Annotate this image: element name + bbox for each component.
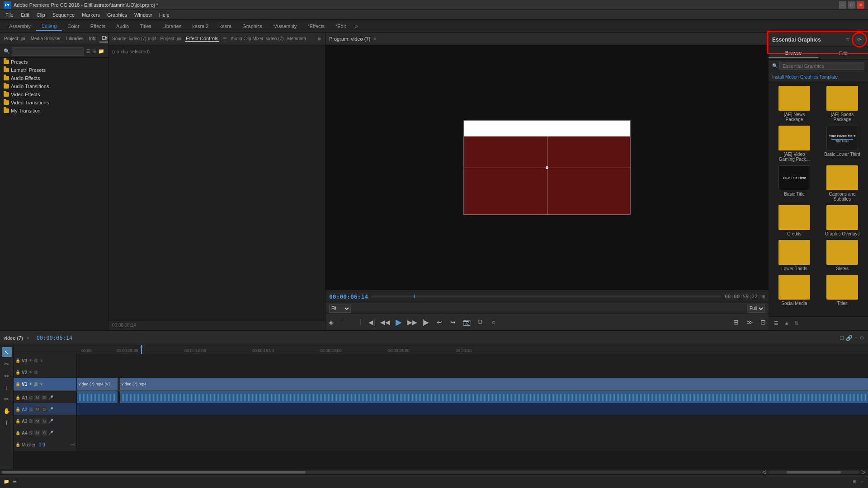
- in-point-button[interactable]: ⎸: [339, 317, 350, 328]
- scrollbar-thumb[interactable]: [2, 471, 306, 474]
- out-to-playhead-button[interactable]: |▶: [420, 317, 431, 328]
- a2-chain-icon[interactable]: ⛓: [29, 407, 33, 412]
- panel-expand-icon[interactable]: ▶: [318, 36, 321, 42]
- menu-markers[interactable]: Markers: [78, 11, 104, 19]
- vr-button[interactable]: ○: [488, 317, 499, 328]
- tab-libraries[interactable]: Libraries: [157, 22, 187, 31]
- list-icon[interactable]: ☰: [86, 48, 90, 54]
- zoom-in-icon[interactable]: ▷: [861, 469, 866, 475]
- step-back-button[interactable]: ◀◀: [380, 317, 391, 328]
- template-ae-news[interactable]: [AE] News Package: [772, 86, 816, 122]
- a4-s-button[interactable]: S: [42, 430, 47, 436]
- rate-stretch-tool[interactable]: ↕: [2, 382, 12, 392]
- tab-kasra2[interactable]: kasra 2: [187, 22, 214, 31]
- out-point-button[interactable]: ⎹: [353, 317, 363, 328]
- a4-lock-icon[interactable]: 🔒: [15, 431, 20, 435]
- v1-lock-icon[interactable]: 🔒: [15, 382, 20, 386]
- add-marker-button[interactable]: ◈: [326, 317, 336, 328]
- timeline-settings-icon[interactable]: ⚙: [859, 335, 864, 341]
- ripple-tool[interactable]: ⇔: [2, 371, 12, 380]
- grid-icon[interactable]: ⊞: [92, 48, 96, 54]
- template-credits[interactable]: Credits: [772, 205, 816, 236]
- a2-lock-icon[interactable]: 🔒: [15, 407, 20, 412]
- a4-mic-icon[interactable]: 🎤: [48, 431, 53, 435]
- link-button[interactable]: 🔗: [846, 335, 853, 341]
- a1-s-button[interactable]: S: [42, 395, 47, 400]
- tab-titles[interactable]: Titles: [134, 22, 157, 31]
- template-lower-thirds[interactable]: Lower Thirds: [772, 240, 816, 271]
- tab-browse[interactable]: Browse: [769, 48, 818, 58]
- safe-margins-icon[interactable]: ⊞: [761, 294, 765, 299]
- hand-tool[interactable]: ✋: [2, 406, 12, 416]
- in-to-playhead-button[interactable]: ◀|: [366, 317, 377, 328]
- template-social-media[interactable]: Social Media: [772, 275, 816, 306]
- maximize-button[interactable]: □: [848, 1, 855, 9]
- lock-icon[interactable]: 🔒: [15, 358, 20, 363]
- tab-libraries[interactable]: Libraries: [64, 35, 85, 42]
- template-graphic-overlays[interactable]: Graphic Overlays: [820, 205, 864, 236]
- effects-lumetri[interactable]: Lumetri Presets: [0, 66, 108, 74]
- tab-audio[interactable]: Audio: [111, 22, 134, 31]
- v2-chain-icon[interactable]: ⛓: [34, 370, 38, 375]
- a2-s-button[interactable]: S: [42, 407, 47, 412]
- sort-icon[interactable]: ⇅: [792, 319, 800, 328]
- quality-select[interactable]: Full1/21/4: [747, 305, 765, 313]
- time-scrubber[interactable]: [372, 296, 721, 297]
- install-motion-graphics-link[interactable]: Install Motion Graphics Template: [772, 75, 838, 80]
- a3-mic-icon[interactable]: 🎤: [48, 419, 53, 423]
- insert-button[interactable]: ↩: [434, 317, 445, 328]
- list-view-icon[interactable]: ☰: [772, 319, 780, 328]
- menu-sequence[interactable]: Sequence: [49, 11, 79, 19]
- minimize-button[interactable]: ─: [839, 1, 846, 9]
- tab-color[interactable]: Color: [62, 22, 85, 31]
- window-controls[interactable]: ─ □ ✕: [839, 1, 864, 9]
- a4-chain-icon[interactable]: ⛓: [29, 431, 33, 435]
- template-captions[interactable]: Captions and Subtitles: [820, 165, 864, 202]
- a1-chain-icon[interactable]: ⛓: [29, 395, 33, 400]
- timeline-scrollbar[interactable]: ◁ ▷: [0, 469, 868, 474]
- tab-graphics[interactable]: Graphics: [237, 22, 268, 31]
- a3-chain-icon[interactable]: ⛓: [29, 419, 33, 423]
- razor-tool[interactable]: ✂: [2, 359, 12, 369]
- effects-audio-transitions[interactable]: Audio Transitions: [0, 82, 108, 90]
- grid-view-icon[interactable]: ⊞: [782, 319, 790, 328]
- snap-button[interactable]: ⊡: [840, 335, 844, 341]
- template-ae-sports[interactable]: [AE] Sports Package: [820, 86, 864, 122]
- video-clip-1[interactable]: video (7).mp4 [V]: [77, 378, 118, 390]
- v1-chain-icon[interactable]: ⛓: [34, 382, 38, 386]
- menu-file[interactable]: File: [2, 11, 17, 19]
- template-slates[interactable]: Slates: [820, 240, 864, 271]
- menu-help[interactable]: Help: [156, 11, 173, 19]
- a3-lock-icon[interactable]: 🔒: [15, 419, 20, 423]
- menu-edit[interactable]: Edit: [17, 11, 33, 19]
- tab-effects2[interactable]: *Effects: [302, 22, 330, 31]
- tab-edit2[interactable]: *Edit: [330, 22, 351, 31]
- v3-chain-icon[interactable]: ⛓: [34, 358, 38, 363]
- audio-clip-1[interactable]: [77, 391, 118, 404]
- menu-graphics[interactable]: Graphics: [104, 11, 131, 19]
- export-frame-button[interactable]: 📷: [461, 317, 472, 328]
- settings-button[interactable]: ⊞: [731, 317, 741, 328]
- template-basic-lower-third[interactable]: Your Name Here Title Here Basic Lower Th…: [820, 126, 864, 162]
- template-ae-gaming[interactable]: [AE] Video Gaming Pack...: [772, 126, 816, 162]
- template-titles[interactable]: Titles: [820, 275, 864, 306]
- tab-effects-active[interactable]: Effects: [99, 35, 108, 42]
- program-menu-icon[interactable]: ≡: [374, 36, 377, 41]
- menu-window[interactable]: Window: [131, 11, 156, 19]
- a2-m-button[interactable]: M: [34, 407, 41, 412]
- zoom-out-icon[interactable]: ◁: [761, 469, 767, 475]
- essential-menu-icon[interactable]: ≡: [844, 36, 852, 44]
- tab-kasra[interactable]: kasra: [214, 22, 237, 31]
- tab-info[interactable]: Info: [87, 35, 99, 42]
- v1-eye-icon[interactable]: 👁: [28, 382, 33, 386]
- menu-clip[interactable]: Clip: [33, 11, 49, 19]
- effects-audio[interactable]: Audio Effects: [0, 74, 108, 82]
- effects-video-transitions[interactable]: Video Transitions: [0, 99, 108, 107]
- folder-icon[interactable]: 📁: [98, 48, 104, 54]
- v3-fx-icon[interactable]: fx: [39, 358, 42, 363]
- effects-search-input[interactable]: [12, 47, 84, 56]
- tab-assembly2[interactable]: *Assembly: [268, 22, 302, 31]
- a1-mic-icon[interactable]: 🎤: [48, 395, 53, 400]
- template-basic-title[interactable]: Your Title Here Basic Title: [772, 165, 816, 202]
- a2-mic-icon[interactable]: 🎤: [48, 407, 53, 412]
